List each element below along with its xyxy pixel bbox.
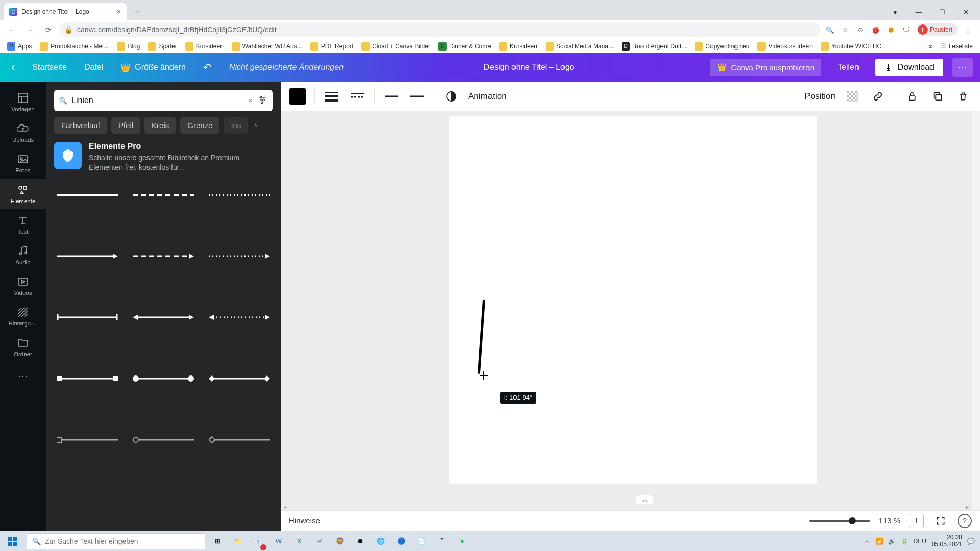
apps-button[interactable]: ⠿Apps [4, 41, 35, 52]
zoom-value[interactable]: 113 % [878, 516, 900, 525]
canvas-area[interactable]: l: 101 94° ︿ ◂▸ [281, 111, 972, 510]
extension-puzzle-icon[interactable]: 🧩1 [871, 24, 881, 35]
download-button[interactable]: ⭳Download [875, 59, 943, 76]
reader-icon[interactable]: ⊙ [855, 24, 866, 35]
resize-button[interactable]: 👑Größe ändern [116, 60, 190, 76]
bookmark-item[interactable]: Copywriting neu [692, 41, 752, 52]
account-dot-icon[interactable]: ● [884, 4, 906, 19]
taskbar-mail-icon[interactable]: 📧 [248, 531, 268, 552]
animation-button[interactable]: Animation [468, 91, 507, 102]
arrow-element-double-dotted[interactable] [205, 307, 275, 328]
taskbar-search[interactable]: 🔍Zur Suche Text hier eingeben [27, 533, 205, 549]
bookmark-item[interactable]: Kursideen [182, 41, 227, 52]
line-element-diamond-ends[interactable] [205, 368, 275, 389]
canva-pro-button[interactable]: 👑Canva Pro ausprobieren [710, 59, 821, 76]
tray-volume-icon[interactable]: 🔊 [888, 538, 896, 545]
line-element-circle-ends[interactable] [128, 368, 198, 389]
filter-chip[interactable]: Ins [224, 117, 248, 134]
line-element-dashed[interactable] [128, 185, 198, 205]
bookmark-item[interactable]: Videokurs Ideen [754, 41, 816, 52]
bookmark-item[interactable]: DDinner & Crime [435, 41, 494, 52]
taskbar-edge-icon[interactable]: 🔵 [391, 531, 411, 552]
chips-next-icon[interactable]: › [248, 116, 263, 134]
arrow-element-double[interactable] [128, 307, 198, 328]
scroll-left-icon[interactable]: ◂ [284, 504, 286, 510]
bookmark-item[interactable]: DBois d'Argent Duft... [619, 41, 690, 52]
filter-icon[interactable] [257, 95, 267, 107]
line-weight-icon[interactable] [323, 88, 340, 105]
clear-search-icon[interactable]: ✕ [248, 97, 253, 105]
rail-uploads[interactable]: Uploads [0, 117, 46, 148]
link-icon[interactable] [869, 88, 887, 105]
filter-chip[interactable]: Pfeil [111, 117, 140, 134]
scroll-right-icon[interactable]: ▸ [966, 504, 969, 510]
line-element-solid[interactable] [52, 185, 122, 205]
taskbar-obs-icon[interactable]: ⏺ [350, 531, 371, 552]
rail-audio[interactable]: Audio [0, 240, 46, 270]
bookmark-item[interactable]: Wahlfächer WU Aus... [229, 41, 305, 52]
arrow-element-dashed[interactable] [128, 246, 198, 266]
delete-icon[interactable] [954, 88, 972, 105]
share-button[interactable]: Teilen [830, 59, 866, 76]
address-bar[interactable]: 🔒 canva.com/design/DAEdomzscjI_drBfjHdCo… [59, 22, 821, 37]
artboard[interactable]: l: 101 94° [449, 116, 817, 484]
line-element-more[interactable] [52, 430, 122, 450]
tray-battery-icon[interactable]: 🔋 [901, 538, 909, 545]
line-color-swatch[interactable] [289, 88, 306, 105]
bookmark-item[interactable]: Produktsuche - Mer... [37, 41, 112, 52]
line-element-bar-end[interactable] [52, 307, 122, 328]
duplicate-icon[interactable] [929, 88, 946, 105]
bookmark-item[interactable]: Youtube WICHTIG [818, 41, 885, 52]
document-title[interactable]: Design ohne Titel – Logo [357, 63, 701, 72]
profile-chip[interactable]: T Pausiert [917, 23, 958, 36]
bookmark-item[interactable]: Später [145, 41, 180, 52]
rail-more[interactable]: ⋯ [0, 362, 46, 390]
line-element-more[interactable] [205, 430, 275, 450]
nav-back-button[interactable]: ← [4, 22, 18, 37]
tray-overflow-icon[interactable]: ︿ [864, 537, 870, 545]
rail-videos[interactable]: Videos [0, 270, 46, 301]
taskbar-chrome-icon[interactable]: 🌐 [371, 531, 391, 552]
taskbar-brave-icon[interactable]: 🦁 [330, 531, 350, 552]
nav-reload-button[interactable]: ⟳ [41, 22, 55, 37]
taskbar-notepad-icon[interactable]: 🗒 [432, 531, 452, 552]
filter-chip[interactable]: Farbverlauf [54, 117, 107, 134]
taskbar-explorer-icon[interactable]: 📁 [228, 531, 248, 552]
taskbar-spotify-icon[interactable]: ● [452, 531, 473, 552]
tray-network-icon[interactable]: 📶 [875, 538, 883, 545]
task-view-icon[interactable]: ⊞ [207, 531, 228, 552]
zoom-icon[interactable]: 🔍 [825, 24, 835, 35]
reading-list-button[interactable]: ☰Leseliste [938, 41, 976, 52]
taskbar-excel-icon[interactable]: X [289, 531, 309, 552]
filter-chip[interactable]: Grenze [180, 117, 219, 134]
fullscreen-icon[interactable] [932, 512, 949, 530]
bookmark-item[interactable]: PDF Report [307, 41, 356, 52]
bookmark-star-icon[interactable]: ☆ [840, 24, 850, 35]
arrow-element-solid[interactable] [52, 246, 122, 266]
tab-close-icon[interactable]: ✕ [116, 8, 121, 15]
lock-icon[interactable] [903, 88, 921, 105]
tray-clock[interactable]: 20:2805.05.2021 [932, 534, 962, 547]
line-element-square-ends[interactable] [52, 368, 122, 389]
bookmark-item[interactable]: Cload + Canva Bilder [358, 41, 433, 52]
elements-pro-promo[interactable]: Elemente Pro Schalte unsere gesamte Bibl… [54, 142, 273, 172]
window-minimize-icon[interactable]: — [908, 4, 930, 19]
extension-shield-icon[interactable]: 🛡 [901, 24, 912, 35]
vertical-scrollbar[interactable] [972, 111, 980, 510]
taskbar-app-icon[interactable]: 📄 [411, 531, 432, 552]
back-home-icon[interactable]: ‹ [7, 58, 19, 77]
search-input[interactable] [71, 96, 243, 105]
tray-language[interactable]: DEU [914, 538, 926, 545]
extension-honey-icon[interactable]: ⬢ [886, 24, 896, 35]
more-menu-button[interactable]: ⋯ [952, 58, 973, 77]
line-style-icon[interactable] [349, 88, 366, 105]
help-icon[interactable]: ? [958, 514, 972, 528]
bookmark-item[interactable]: Social Media Mana... [543, 41, 617, 52]
home-button[interactable]: Startseite [28, 60, 71, 75]
zoom-slider[interactable] [809, 520, 870, 522]
new-tab-button[interactable]: ＋ [130, 5, 144, 19]
window-close-icon[interactable]: ✕ [954, 4, 977, 19]
start-button[interactable] [0, 531, 24, 552]
position-button[interactable]: Position [805, 91, 836, 102]
browser-menu-icon[interactable]: ⋮ [963, 24, 973, 35]
